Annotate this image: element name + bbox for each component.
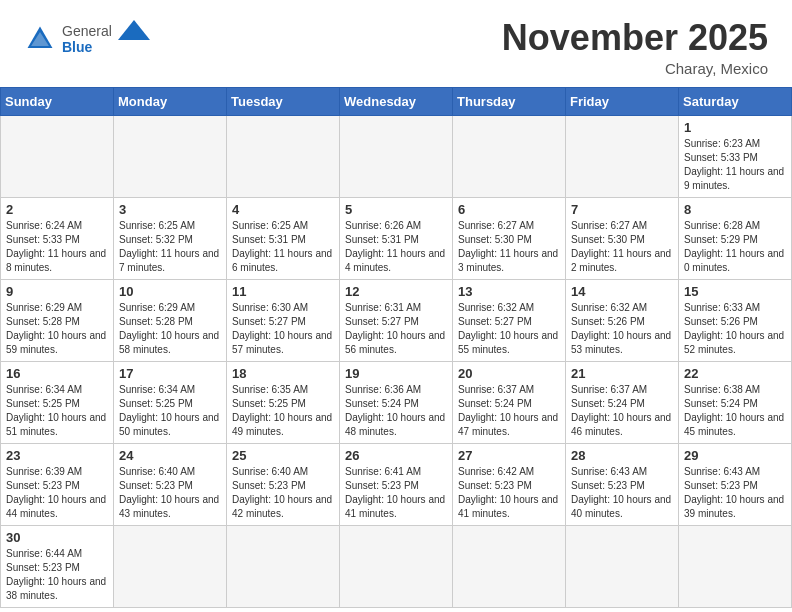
day-2: 2 Sunrise: 6:24 AMSunset: 5:33 PMDayligh… [1,197,114,279]
day-6: 6 Sunrise: 6:27 AMSunset: 5:30 PMDayligh… [453,197,566,279]
week-row-1: 1 Sunrise: 6:23 AM Sunset: 5:33 PM Dayli… [1,115,792,197]
title-area: November 2025 Charay, Mexico [502,18,768,77]
day-22: 22 Sunrise: 6:38 AMSunset: 5:24 PMDaylig… [679,361,792,443]
empty-cell [453,525,566,607]
empty-cell [227,115,340,197]
day-8: 8 Sunrise: 6:28 AMSunset: 5:29 PMDayligh… [679,197,792,279]
day-26: 26 Sunrise: 6:41 AMSunset: 5:23 PMDaylig… [340,443,453,525]
empty-cell [566,115,679,197]
header-friday: Friday [566,87,679,115]
empty-cell [227,525,340,607]
day-17: 17 Sunrise: 6:34 AMSunset: 5:25 PMDaylig… [114,361,227,443]
day-20: 20 Sunrise: 6:37 AMSunset: 5:24 PMDaylig… [453,361,566,443]
svg-text:General: General [62,23,112,39]
logo-text: General Blue [62,18,152,60]
empty-cell [114,525,227,607]
day-11: 11 Sunrise: 6:30 AMSunset: 5:27 PMDaylig… [227,279,340,361]
empty-cell [1,115,114,197]
day-15: 15 Sunrise: 6:33 AMSunset: 5:26 PMDaylig… [679,279,792,361]
page: General Blue November 2025 Charay, Mexic… [0,0,792,608]
day-19: 19 Sunrise: 6:36 AMSunset: 5:24 PMDaylig… [340,361,453,443]
week-row-4: 16 Sunrise: 6:34 AMSunset: 5:25 PMDaylig… [1,361,792,443]
header: General Blue November 2025 Charay, Mexic… [0,0,792,87]
day-27: 27 Sunrise: 6:42 AMSunset: 5:23 PMDaylig… [453,443,566,525]
header-saturday: Saturday [679,87,792,115]
week-row-5: 23 Sunrise: 6:39 AMSunset: 5:23 PMDaylig… [1,443,792,525]
day-12: 12 Sunrise: 6:31 AMSunset: 5:27 PMDaylig… [340,279,453,361]
day-10: 10 Sunrise: 6:29 AMSunset: 5:28 PMDaylig… [114,279,227,361]
day-29: 29 Sunrise: 6:43 AMSunset: 5:23 PMDaylig… [679,443,792,525]
day-info-1: Sunrise: 6:23 AM Sunset: 5:33 PM Dayligh… [684,137,786,193]
month-title: November 2025 [502,18,768,58]
empty-cell [340,115,453,197]
svg-marker-5 [118,20,150,40]
subtitle: Charay, Mexico [502,60,768,77]
day-16: 16 Sunrise: 6:34 AMSunset: 5:25 PMDaylig… [1,361,114,443]
week-row-3: 9 Sunrise: 6:29 AMSunset: 5:28 PMDayligh… [1,279,792,361]
header-thursday: Thursday [453,87,566,115]
day-5: 5 Sunrise: 6:26 AMSunset: 5:31 PMDayligh… [340,197,453,279]
header-tuesday: Tuesday [227,87,340,115]
day-30: 30 Sunrise: 6:44 AMSunset: 5:23 PMDaylig… [1,525,114,607]
day-3: 3 Sunrise: 6:25 AMSunset: 5:32 PMDayligh… [114,197,227,279]
empty-cell [114,115,227,197]
logo-icon [24,23,56,55]
header-wednesday: Wednesday [340,87,453,115]
day-14: 14 Sunrise: 6:32 AMSunset: 5:26 PMDaylig… [566,279,679,361]
day-24: 24 Sunrise: 6:40 AMSunset: 5:23 PMDaylig… [114,443,227,525]
header-monday: Monday [114,87,227,115]
calendar-table: Sunday Monday Tuesday Wednesday Thursday… [0,87,792,608]
day-4: 4 Sunrise: 6:25 AMSunset: 5:31 PMDayligh… [227,197,340,279]
empty-cell [340,525,453,607]
day-28: 28 Sunrise: 6:43 AMSunset: 5:23 PMDaylig… [566,443,679,525]
svg-text:Blue: Blue [62,39,93,55]
logo: General Blue [24,18,152,60]
header-sunday: Sunday [1,87,114,115]
day-9: 9 Sunrise: 6:29 AMSunset: 5:28 PMDayligh… [1,279,114,361]
empty-cell [679,525,792,607]
weekday-header-row: Sunday Monday Tuesday Wednesday Thursday… [1,87,792,115]
day-1: 1 Sunrise: 6:23 AM Sunset: 5:33 PM Dayli… [679,115,792,197]
day-18: 18 Sunrise: 6:35 AMSunset: 5:25 PMDaylig… [227,361,340,443]
day-21: 21 Sunrise: 6:37 AMSunset: 5:24 PMDaylig… [566,361,679,443]
empty-cell [453,115,566,197]
week-row-6: 30 Sunrise: 6:44 AMSunset: 5:23 PMDaylig… [1,525,792,607]
day-23: 23 Sunrise: 6:39 AMSunset: 5:23 PMDaylig… [1,443,114,525]
day-number-1: 1 [684,120,786,135]
week-row-2: 2 Sunrise: 6:24 AMSunset: 5:33 PMDayligh… [1,197,792,279]
day-7: 7 Sunrise: 6:27 AMSunset: 5:30 PMDayligh… [566,197,679,279]
day-13: 13 Sunrise: 6:32 AMSunset: 5:27 PMDaylig… [453,279,566,361]
day-25: 25 Sunrise: 6:40 AMSunset: 5:23 PMDaylig… [227,443,340,525]
empty-cell [566,525,679,607]
